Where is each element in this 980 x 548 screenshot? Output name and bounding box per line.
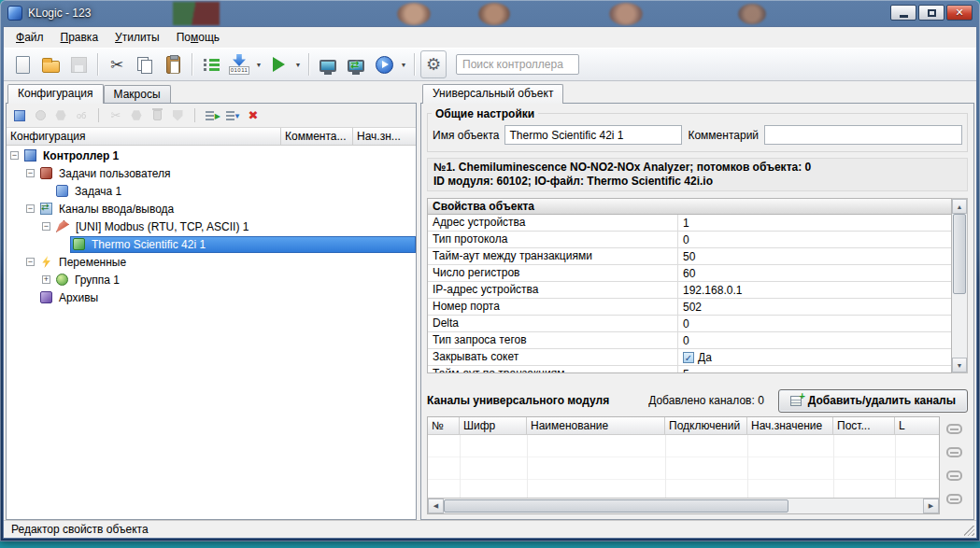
tab-0[interactable]: Конфигурация	[7, 84, 104, 104]
channel-column-header[interactable]: №	[428, 417, 460, 434]
expand-icon[interactable]: +	[42, 275, 50, 284]
copy-object-button[interactable]	[129, 108, 144, 123]
property-value[interactable]: 502	[678, 299, 951, 315]
object-name-input[interactable]	[504, 125, 682, 145]
object-properties-button[interactable]: об	[74, 108, 89, 123]
channel-column-header[interactable]: Подключений	[665, 417, 747, 434]
download-to-plc-button[interactable]: 01011	[226, 50, 252, 78]
tree-item[interactable]: −Переменные	[7, 253, 416, 271]
property-value[interactable]: 0	[678, 232, 951, 247]
menu-item-3[interactable]: Помощь	[168, 28, 228, 47]
chevron-down-icon[interactable]: ▼	[293, 62, 303, 68]
search-input[interactable]	[456, 54, 579, 75]
property-row[interactable]: Номер порта502	[428, 299, 951, 316]
property-value[interactable]: 1	[678, 215, 951, 231]
tree-item[interactable]: Задача 1	[7, 182, 416, 200]
close-button[interactable]: ✕	[946, 5, 973, 21]
unlink-all-icon[interactable]	[946, 494, 962, 504]
property-row[interactable]: Адрес устройства1	[428, 215, 951, 232]
channel-column-header[interactable]: L	[895, 417, 939, 434]
monitor-button[interactable]	[315, 50, 341, 78]
tree-item[interactable]: −Задачи пользователя	[7, 164, 416, 182]
property-value[interactable]: 192.168.0.1	[678, 282, 951, 298]
tree-item[interactable]: −Контроллер 1	[7, 147, 416, 164]
hscrollbar-thumb[interactable]	[444, 499, 788, 513]
open-file-button[interactable]	[37, 50, 64, 78]
link-all-icon[interactable]	[946, 471, 962, 481]
sync-db-button[interactable]: ⇄	[343, 50, 369, 78]
channel-column-header[interactable]: Наименование	[527, 417, 665, 434]
delete-object-button[interactable]	[149, 108, 164, 123]
cut-object-button[interactable]: ✂	[108, 108, 123, 123]
maximize-button[interactable]	[918, 5, 944, 21]
save-button[interactable]	[65, 50, 92, 78]
replace-object-button[interactable]	[53, 108, 68, 123]
copy-button[interactable]	[132, 50, 158, 78]
property-row[interactable]: Тип протокола0	[428, 232, 951, 248]
tab-1[interactable]: Макросы	[104, 85, 171, 103]
menu-item-1[interactable]: Правка	[52, 28, 107, 47]
channels-table-body[interactable]	[428, 435, 939, 498]
expand-tree-button[interactable]	[205, 108, 220, 123]
tree-column-header[interactable]: Нач.зн...	[353, 128, 416, 145]
import-button[interactable]	[225, 108, 240, 123]
tree-item[interactable]: Архивы	[7, 288, 416, 306]
scroll-up-icon[interactable]: ▲	[952, 199, 967, 214]
remove-button[interactable]: ✖	[246, 108, 261, 123]
tree-column-header[interactable]: Конфигурация	[7, 128, 281, 145]
properties-scrollbar[interactable]: ▲ ▼	[952, 198, 968, 373]
scrollbar-thumb[interactable]	[953, 214, 966, 294]
scroll-left-icon[interactable]: ◀	[428, 499, 444, 513]
run-button[interactable]	[265, 50, 291, 78]
paste-button[interactable]	[160, 50, 186, 78]
tree-item[interactable]: −Каналы ввода/вывода	[7, 200, 416, 218]
protect-object-button[interactable]	[170, 108, 185, 123]
insert-object-button[interactable]	[33, 108, 48, 123]
scroll-down-icon[interactable]: ▼	[952, 358, 967, 372]
menu-item-2[interactable]: Утилиты	[107, 28, 168, 47]
add-remove-channels-button[interactable]: Добавить/удалить каналы	[778, 389, 968, 413]
collapse-icon[interactable]: −	[10, 151, 19, 160]
chevron-down-icon[interactable]: ▼	[254, 62, 263, 68]
resize-grip[interactable]	[964, 526, 974, 536]
minimize-button[interactable]	[890, 5, 916, 21]
property-row[interactable]: Тайм-аут по транзакциям5	[428, 366, 951, 373]
tree-item[interactable]: Thermo Scientific 42i 1	[7, 235, 416, 253]
property-row[interactable]: Тип запроса тегов0	[428, 332, 951, 349]
menu-item-0[interactable]: Файл	[7, 28, 52, 47]
property-row[interactable]: Закрывать сокет✓Да	[428, 349, 951, 366]
title-bar[interactable]: KLogic - 123 ✕	[0, 0, 980, 26]
property-value[interactable]: 60	[678, 265, 951, 281]
tree-item[interactable]: +Группа 1	[7, 271, 416, 288]
start-button[interactable]	[371, 50, 397, 78]
add-object-button[interactable]	[12, 108, 27, 123]
compile-button[interactable]	[198, 50, 224, 78]
tree-item[interactable]: −[UNI] Modbus (RTU, TCP, ASCII) 1	[7, 218, 416, 235]
property-value[interactable]: 0	[678, 332, 951, 348]
checkbox-checked-icon[interactable]: ✓	[683, 352, 694, 363]
tree-column-header[interactable]: Коммента...	[281, 128, 353, 145]
channels-hscrollbar[interactable]: ◀ ▶	[428, 498, 939, 513]
collapse-icon[interactable]: −	[26, 258, 35, 266]
new-file-button[interactable]	[9, 50, 36, 78]
tab-universal-object[interactable]: Универсальный объект	[422, 84, 563, 104]
collapse-icon[interactable]: −	[26, 169, 35, 177]
channel-column-header[interactable]: Шифр	[460, 417, 527, 434]
collapse-icon[interactable]: −	[42, 222, 50, 231]
settings-button[interactable]	[420, 50, 447, 78]
collapse-icon[interactable]: −	[26, 204, 35, 213]
property-value[interactable]: 50	[678, 248, 951, 264]
scroll-right-icon[interactable]: ▶	[923, 499, 939, 513]
channel-column-header[interactable]: Пост...	[833, 417, 895, 434]
link-channel-icon[interactable]	[946, 424, 962, 434]
comment-input[interactable]	[764, 125, 962, 145]
unlink-channel-icon[interactable]	[946, 447, 962, 457]
chevron-down-icon[interactable]: ▼	[399, 62, 408, 68]
property-row[interactable]: IP-адрес устройства192.168.0.1	[428, 282, 951, 299]
property-value[interactable]: 0	[678, 316, 951, 331]
property-row[interactable]: Delta0	[428, 316, 951, 332]
property-value[interactable]: ✓Да	[678, 349, 951, 365]
channel-column-header[interactable]: Нач.значение	[747, 417, 833, 434]
property-row[interactable]: Число регистров60	[428, 265, 951, 282]
property-value[interactable]: 5	[678, 366, 951, 373]
